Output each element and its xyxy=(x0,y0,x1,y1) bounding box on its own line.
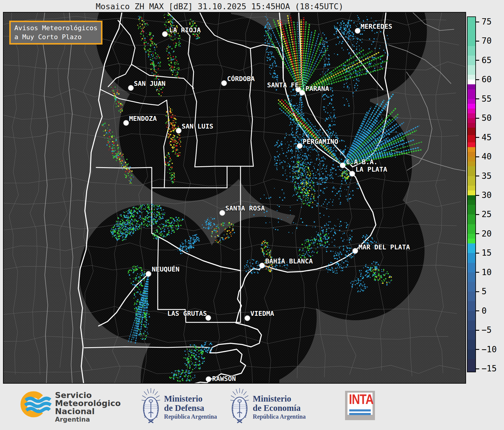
short-term-warnings-banner: Avisos Meteorológicos a Muy Corto Plazo xyxy=(9,21,102,45)
warnings-banner-line1: Avisos Meteorológicos xyxy=(14,24,97,33)
city-label: LA RIOJA xyxy=(169,26,201,34)
colorbar-segment xyxy=(468,135,475,142)
colorbar-segment xyxy=(468,166,475,176)
city-marker xyxy=(340,163,345,168)
colorbar-segment xyxy=(468,128,475,135)
colorbar-tick-label: 35 xyxy=(482,171,492,181)
city-label: RAWSON xyxy=(212,375,236,382)
map-texture xyxy=(3,12,466,384)
city-label: LAS GRUTAS xyxy=(167,310,207,317)
colorbar-segment xyxy=(468,224,475,234)
ministry-defensa-logo: Ministerio de Defensa República Argentin… xyxy=(141,386,217,425)
city-marker xyxy=(220,210,225,216)
colorbar-tick-label: 65 xyxy=(482,56,492,65)
colorbar-tick xyxy=(476,330,479,331)
colorbar-segment xyxy=(468,147,475,152)
colorbar-tick-label: 45 xyxy=(482,133,492,142)
colorbar-segment xyxy=(468,190,475,195)
colorbar-tick xyxy=(476,60,479,61)
colorbar-segment xyxy=(468,234,475,239)
colorbar-tick-label: 55 xyxy=(482,94,492,104)
smn-logo-text: Servicio Meteorológico Nacional Argentin… xyxy=(55,391,121,423)
colorbar-tick xyxy=(476,368,479,369)
colorbar-tick-label: 20 xyxy=(482,229,492,239)
radar-map: LA RIOJAMERCEDESSAN JUANCÓRDOBASANTA FEP… xyxy=(3,12,466,384)
colorbar-tick xyxy=(476,118,479,119)
defensa-line2: de Defensa xyxy=(164,403,217,413)
colorbar-tick-label: −5 xyxy=(482,325,492,335)
colorbar-segment xyxy=(468,186,475,190)
colorbar-segment xyxy=(468,301,475,311)
colorbar-segment xyxy=(468,80,475,84)
colorbar-segment xyxy=(468,17,475,46)
city-marker xyxy=(297,143,302,149)
colorbar-segment xyxy=(468,113,475,118)
coat-of-arms-icon xyxy=(141,386,160,425)
radar-map-canvas: LA RIOJAMERCEDESSAN JUANCÓRDOBASANTA FEP… xyxy=(3,12,466,384)
colorbar-tick-label: 5 xyxy=(482,287,487,296)
colorbar-tick-label: 0 xyxy=(482,306,487,316)
colorbar-segment xyxy=(468,350,475,359)
colorbar-segment xyxy=(468,282,475,292)
colorbar-tick-label: −15 xyxy=(482,364,497,373)
colorbar-segment xyxy=(468,253,475,263)
colorbar-tick xyxy=(476,176,479,176)
colorbar-segment xyxy=(468,104,475,109)
city-marker xyxy=(206,376,211,382)
colorbar-segment xyxy=(468,263,475,272)
city-label: VIEDMA xyxy=(250,310,274,317)
colorbar-tick xyxy=(476,291,479,292)
colorbar-tick xyxy=(476,137,479,138)
colorbar-tick-label: 10 xyxy=(482,268,492,277)
colorbar-segment xyxy=(468,56,475,65)
colorbar-tick xyxy=(476,98,479,99)
city-marker xyxy=(128,85,134,91)
city-label: NEUQUÉN xyxy=(152,266,180,273)
colorbar xyxy=(467,16,476,372)
colorbar-segment xyxy=(468,152,475,157)
economia-line1: Ministerio xyxy=(253,394,306,403)
colorbar-segment xyxy=(468,330,475,340)
ministry-economia-logo: Ministerio de Economía República Argenti… xyxy=(230,386,306,425)
economia-line2: de Economía xyxy=(253,403,306,413)
city-label: MERCEDES xyxy=(361,23,392,30)
colorbar-tick-label: 60 xyxy=(482,75,492,84)
colorbar-segment xyxy=(468,340,475,349)
city-label: SAN JUAN xyxy=(134,80,166,87)
city-label: PARANA xyxy=(305,85,329,92)
smn-text-line3: Nacional xyxy=(55,407,121,415)
colorbar-segment xyxy=(468,200,475,205)
colorbar-segment xyxy=(468,89,475,99)
defensa-line1: Ministerio xyxy=(164,394,217,403)
colorbar-segment xyxy=(468,239,475,243)
colorbar-segment xyxy=(468,142,475,147)
city-marker xyxy=(146,271,151,277)
radar-mosaic-page: Mosaico ZH MAX [dBZ] 31.10.2025 15:45HOA… xyxy=(0,0,504,430)
warnings-banner-line2: a Muy Corto Plazo xyxy=(14,33,97,42)
city-label: PERGAMINO xyxy=(303,138,338,145)
colorbar-tick-label: 50 xyxy=(482,113,492,123)
colorbar-segment xyxy=(468,321,475,330)
city-marker xyxy=(259,263,265,268)
city-marker xyxy=(353,248,358,254)
city-label: SAN LUIS xyxy=(182,123,213,130)
inta-logo: INTA xyxy=(345,391,375,420)
economia-line3: República Argentina xyxy=(253,413,306,420)
smn-text-line4: Argentina xyxy=(55,416,121,423)
colorbar-tick xyxy=(476,349,479,350)
colorbar-tick xyxy=(476,41,479,42)
city-marker xyxy=(299,90,305,95)
footer: Servicio Meteorológico Nacional Argentin… xyxy=(0,384,504,430)
colorbar-tick-label: 30 xyxy=(482,190,492,200)
city-marker xyxy=(355,28,360,33)
colorbar-segment xyxy=(468,75,475,80)
colorbar-tick-label: 15 xyxy=(482,248,492,258)
colorbar-tick xyxy=(476,310,479,311)
colorbar-tick-label: 70 xyxy=(482,36,492,46)
colorbar-segment xyxy=(468,195,475,200)
smn-logo-icon xyxy=(20,389,53,421)
colorbar-segment xyxy=(468,214,475,224)
colorbar-tick xyxy=(476,195,479,196)
inta-bar-icon xyxy=(349,413,371,415)
smn-text-line1: Servicio xyxy=(55,391,121,399)
